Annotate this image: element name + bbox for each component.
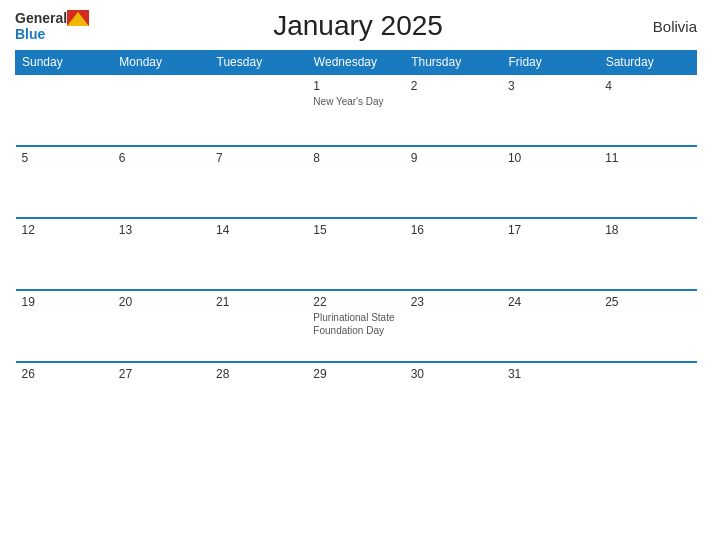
- day-number: 7: [216, 151, 301, 165]
- weekday-header-friday: Friday: [502, 51, 599, 75]
- day-number: 19: [22, 295, 107, 309]
- calendar-cell: [16, 74, 113, 146]
- calendar-cell: 25: [599, 290, 696, 362]
- day-number: 15: [313, 223, 398, 237]
- calendar-cell: 30: [405, 362, 502, 434]
- day-number: 27: [119, 367, 204, 381]
- day-number: 29: [313, 367, 398, 381]
- week-row-4: 19202122Plurinational State Foundation D…: [16, 290, 697, 362]
- day-number: 3: [508, 79, 593, 93]
- calendar-cell: 22Plurinational State Foundation Day: [307, 290, 404, 362]
- calendar-cell: 29: [307, 362, 404, 434]
- day-number: 30: [411, 367, 496, 381]
- calendar-cell: [599, 362, 696, 434]
- calendar-cell: 15: [307, 218, 404, 290]
- calendar-table: SundayMondayTuesdayWednesdayThursdayFrid…: [15, 50, 697, 434]
- month-title: January 2025: [89, 10, 627, 42]
- day-number: 24: [508, 295, 593, 309]
- weekday-header-monday: Monday: [113, 51, 210, 75]
- calendar-cell: 26: [16, 362, 113, 434]
- calendar-cell: 4: [599, 74, 696, 146]
- day-number: 11: [605, 151, 690, 165]
- holiday-name: Plurinational State Foundation Day: [313, 311, 398, 337]
- calendar-cell: 8: [307, 146, 404, 218]
- calendar-cell: 20: [113, 290, 210, 362]
- day-number: 12: [22, 223, 107, 237]
- day-number: 26: [22, 367, 107, 381]
- day-number: 28: [216, 367, 301, 381]
- calendar-header: SundayMondayTuesdayWednesdayThursdayFrid…: [16, 51, 697, 75]
- logo-blue-text: Blue: [15, 26, 45, 42]
- calendar-cell: 28: [210, 362, 307, 434]
- weekday-header-saturday: Saturday: [599, 51, 696, 75]
- calendar-cell: 9: [405, 146, 502, 218]
- calendar-cell: 10: [502, 146, 599, 218]
- logo-flag-icon: [67, 10, 89, 26]
- day-number: 16: [411, 223, 496, 237]
- day-number: 21: [216, 295, 301, 309]
- calendar-cell: 17: [502, 218, 599, 290]
- week-row-1: 1New Year's Day234: [16, 74, 697, 146]
- day-number: 13: [119, 223, 204, 237]
- weekday-header-sunday: Sunday: [16, 51, 113, 75]
- calendar-cell: 31: [502, 362, 599, 434]
- day-number: 18: [605, 223, 690, 237]
- calendar-cell: 7: [210, 146, 307, 218]
- header: General Blue January 2025 Bolivia: [15, 10, 697, 42]
- calendar-body: 1New Year's Day2345678910111213141516171…: [16, 74, 697, 434]
- day-number: 23: [411, 295, 496, 309]
- calendar-cell: 6: [113, 146, 210, 218]
- calendar-cell: 24: [502, 290, 599, 362]
- weekday-header-tuesday: Tuesday: [210, 51, 307, 75]
- calendar-cell: [113, 74, 210, 146]
- weekday-header-thursday: Thursday: [405, 51, 502, 75]
- calendar-cell: 19: [16, 290, 113, 362]
- weekday-header-wednesday: Wednesday: [307, 51, 404, 75]
- day-number: 5: [22, 151, 107, 165]
- calendar-cell: 11: [599, 146, 696, 218]
- day-number: 14: [216, 223, 301, 237]
- holiday-name: New Year's Day: [313, 95, 398, 108]
- calendar-cell: [210, 74, 307, 146]
- calendar-cell: 12: [16, 218, 113, 290]
- day-number: 25: [605, 295, 690, 309]
- calendar-container: General Blue January 2025 Bolivia Sunday…: [0, 0, 712, 550]
- calendar-cell: 2: [405, 74, 502, 146]
- day-number: 22: [313, 295, 398, 309]
- calendar-cell: 1New Year's Day: [307, 74, 404, 146]
- calendar-cell: 13: [113, 218, 210, 290]
- logo-general-text: General: [15, 11, 67, 25]
- country-label: Bolivia: [627, 18, 697, 35]
- week-row-3: 12131415161718: [16, 218, 697, 290]
- day-number: 20: [119, 295, 204, 309]
- week-row-2: 567891011: [16, 146, 697, 218]
- day-number: 10: [508, 151, 593, 165]
- day-number: 9: [411, 151, 496, 165]
- calendar-cell: 27: [113, 362, 210, 434]
- week-row-5: 262728293031: [16, 362, 697, 434]
- day-number: 1: [313, 79, 398, 93]
- day-number: 2: [411, 79, 496, 93]
- day-number: 17: [508, 223, 593, 237]
- calendar-cell: 23: [405, 290, 502, 362]
- calendar-cell: 18: [599, 218, 696, 290]
- calendar-cell: 5: [16, 146, 113, 218]
- calendar-cell: 21: [210, 290, 307, 362]
- logo: General Blue: [15, 10, 89, 42]
- day-number: 31: [508, 367, 593, 381]
- calendar-cell: 14: [210, 218, 307, 290]
- calendar-cell: 16: [405, 218, 502, 290]
- day-number: 8: [313, 151, 398, 165]
- weekday-header-row: SundayMondayTuesdayWednesdayThursdayFrid…: [16, 51, 697, 75]
- day-number: 4: [605, 79, 690, 93]
- day-number: 6: [119, 151, 204, 165]
- calendar-cell: 3: [502, 74, 599, 146]
